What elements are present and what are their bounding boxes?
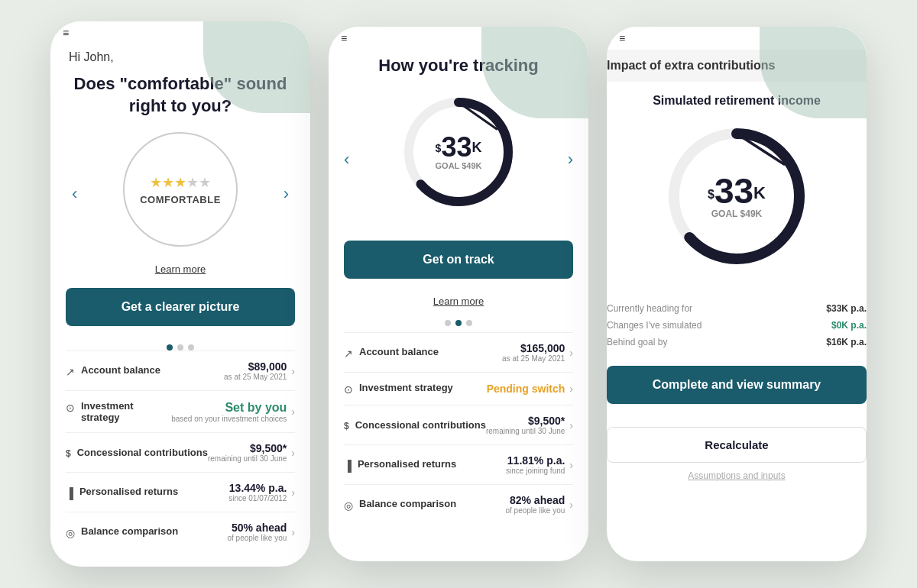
investment-value: Set by you bbox=[171, 401, 287, 415]
p2-balance-chevron: › bbox=[569, 347, 573, 359]
big-donut-k: K bbox=[753, 183, 766, 202]
dot2-3 bbox=[466, 320, 472, 326]
stats-rows: Currently heading for $33K p.a. Changes … bbox=[607, 300, 867, 351]
p2-comparison-value: 82% ahead bbox=[505, 494, 565, 506]
investment-label: Investment strategy bbox=[81, 400, 171, 423]
phone1-learn-more-link[interactable]: Learn more bbox=[155, 263, 206, 275]
dot2-1 bbox=[445, 320, 451, 326]
phone-3: ≡ Impact of extra contributions Simulate… bbox=[607, 27, 867, 561]
phone1-row-investment[interactable]: ⊙ Investment strategy Set by you based o… bbox=[66, 390, 295, 432]
p2-returns-label: Personalised returns bbox=[358, 458, 456, 470]
stat-value-1: $0K p.a. bbox=[831, 320, 867, 331]
p2-returns-chevron: › bbox=[569, 459, 573, 471]
stars-filled: ★★★ bbox=[150, 175, 186, 190]
returns-chevron: › bbox=[291, 486, 295, 499]
p2-balance-icon: ↗ bbox=[344, 347, 353, 360]
comparison-value: 50% ahead bbox=[227, 522, 287, 534]
investment-chevron: › bbox=[291, 405, 295, 418]
phone2-page-dots bbox=[344, 320, 573, 326]
comparison-chevron: › bbox=[291, 526, 295, 538]
donut-amount-line: $33K bbox=[436, 134, 482, 161]
phone1-row-returns[interactable]: ▐ Personalised returns 13.44% p.a. since… bbox=[66, 472, 295, 512]
phone2-learn-more[interactable]: Learn more bbox=[344, 294, 573, 308]
comfortable-label: COMFORTABLE bbox=[140, 194, 221, 205]
dot-3 bbox=[188, 344, 194, 351]
stars: ★★★★★ bbox=[150, 174, 211, 191]
phone2-next-arrow[interactable]: › bbox=[562, 144, 579, 176]
comfortable-circle: ★★★★★ COMFORTABLE bbox=[123, 132, 238, 247]
p2-returns-icon: ▐ bbox=[344, 460, 352, 472]
phone1-nav: ‹ ★★★★★ COMFORTABLE › bbox=[66, 132, 295, 256]
phone2-row-balance[interactable]: ↗ Account balance $165,000 as at 25 May … bbox=[344, 332, 573, 372]
p2-contributions-value: $9,500* bbox=[486, 415, 565, 427]
investment-subvalue: based on your investment choices bbox=[171, 415, 287, 423]
big-donut-center: $33K GOAL $49K bbox=[708, 173, 766, 219]
donut-k: K bbox=[471, 140, 481, 155]
contributions-value: $9,500* bbox=[208, 442, 287, 454]
stat-value-0: $33K p.a. bbox=[826, 303, 867, 314]
returns-subvalue: since 01/07/2012 bbox=[228, 494, 287, 502]
phone3-donut: $33K GOAL $49K bbox=[660, 120, 813, 273]
contributions-icon: $ bbox=[66, 448, 71, 459]
phone3-menu-icon[interactable]: ≡ bbox=[619, 32, 625, 44]
phone2-learn-more-link[interactable]: Learn more bbox=[433, 296, 484, 307]
balance-icon: ↗ bbox=[66, 366, 75, 378]
p2-comparison-subvalue: of people like you bbox=[505, 506, 565, 515]
returns-label: Personalised returns bbox=[79, 486, 178, 497]
phone1-page-dots bbox=[66, 344, 295, 351]
phone1-row-contributions[interactable]: $ Concessional contributions $9,500* rem… bbox=[66, 432, 295, 472]
p2-balance-value: $165,000 bbox=[502, 342, 565, 354]
phone3-assumptions-link[interactable]: Assumptions and inputs bbox=[607, 470, 867, 481]
phone-2: ≡ How you're tracking ‹ $33K GOAL $ bbox=[329, 27, 588, 561]
phone1-row-balance[interactable]: ↗ Account balance $89,000 as at 25 May 2… bbox=[66, 351, 295, 390]
p2-contributions-icon: $ bbox=[344, 421, 349, 431]
stat-label-0: Currently heading for bbox=[607, 303, 692, 314]
phone1-menu-icon[interactable]: ≡ bbox=[63, 27, 69, 39]
phone2-prev-arrow[interactable]: ‹ bbox=[338, 144, 355, 176]
dot-1 bbox=[167, 344, 173, 351]
phone2-row-contributions[interactable]: $ Concessional contributions $9,500* rem… bbox=[344, 405, 573, 444]
phone3-cta-button[interactable]: Complete and view summary bbox=[607, 366, 867, 404]
p2-comparison-icon: ◎ bbox=[344, 499, 353, 512]
phone2-row-investment[interactable]: ⊙ Investment strategy Pending switch › bbox=[344, 372, 573, 405]
dot-2 bbox=[177, 344, 183, 351]
phone1-next-arrow[interactable]: › bbox=[277, 178, 295, 210]
p2-returns-value: 11.81% p.a. bbox=[506, 454, 565, 467]
comparison-icon: ◎ bbox=[66, 527, 75, 539]
phone1-learn-more[interactable]: Learn more bbox=[66, 262, 295, 276]
donut-center: $33K GOAL $49K bbox=[436, 134, 482, 170]
comparison-subvalue: of people like you bbox=[227, 534, 287, 542]
stars-empty: ★★ bbox=[186, 175, 211, 190]
balance-value: $89,000 bbox=[224, 360, 287, 373]
p2-balance-label: Account balance bbox=[359, 346, 439, 357]
phone2-cta-button[interactable]: Get on track bbox=[344, 241, 573, 279]
balance-subvalue: as at 25 May 2021 bbox=[224, 373, 287, 381]
p2-returns-subvalue: since joining fund bbox=[506, 467, 565, 475]
stat-row-0: Currently heading for $33K p.a. bbox=[607, 300, 867, 317]
p2-investment-icon: ⊙ bbox=[344, 383, 353, 396]
stat-label-2: Behind goal by bbox=[607, 337, 667, 347]
phone1-prev-arrow[interactable]: ‹ bbox=[66, 178, 83, 210]
big-donut-amount: 33 bbox=[714, 171, 753, 211]
phone2-menu-icon[interactable]: ≡ bbox=[341, 32, 347, 44]
donut-amount: 33 bbox=[441, 131, 471, 163]
phone1-cta-button[interactable]: Get a clearer picture bbox=[66, 288, 295, 326]
phones-container: ≡ Hi John, Does "comfortable" sound righ… bbox=[35, 6, 882, 582]
phone2-row-returns[interactable]: ▐ Personalised returns 11.81% p.a. since… bbox=[344, 444, 573, 484]
returns-icon: ▐ bbox=[66, 487, 73, 499]
phone1-row-comparison[interactable]: ◎ Balance comparison 50% ahead of people… bbox=[66, 512, 295, 551]
p2-balance-subvalue: as at 25 May 2021 bbox=[502, 354, 565, 363]
p2-comparison-label: Balance comparison bbox=[359, 498, 456, 509]
p2-investment-value: Pending switch bbox=[487, 383, 565, 395]
stat-label-1: Changes I've simulated bbox=[607, 320, 702, 331]
p2-contributions-label: Concessional contributions bbox=[355, 419, 486, 431]
stat-value-2: $16K p.a. bbox=[826, 337, 867, 347]
stat-row-1: Changes I've simulated $0K p.a. bbox=[607, 317, 867, 334]
donut-dollar: $ bbox=[436, 142, 442, 154]
dot2-2 bbox=[455, 320, 462, 326]
phone2-row-comparison[interactable]: ◎ Balance comparison 82% ahead of people… bbox=[344, 484, 573, 524]
returns-value: 13.44% p.a. bbox=[228, 482, 287, 494]
p2-comparison-chevron: › bbox=[569, 499, 573, 511]
p2-investment-chevron: › bbox=[569, 383, 573, 395]
phone3-recalculate-button[interactable]: Recalculate bbox=[607, 427, 867, 463]
